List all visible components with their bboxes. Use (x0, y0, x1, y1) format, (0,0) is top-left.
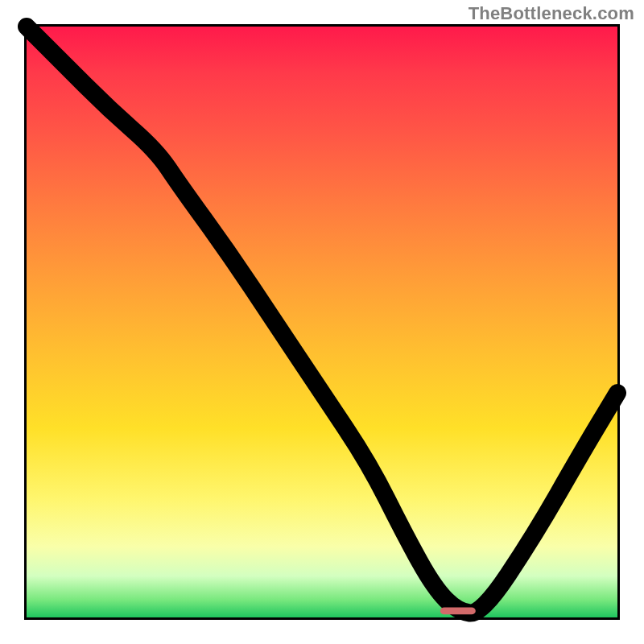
chart-svg (27, 27, 617, 617)
bottleneck-curve (27, 27, 617, 613)
chart-container: TheBottleneck.com (0, 0, 644, 644)
watermark-text: TheBottleneck.com (469, 3, 634, 24)
optimum-marker (440, 608, 476, 615)
plot-area (24, 24, 620, 620)
